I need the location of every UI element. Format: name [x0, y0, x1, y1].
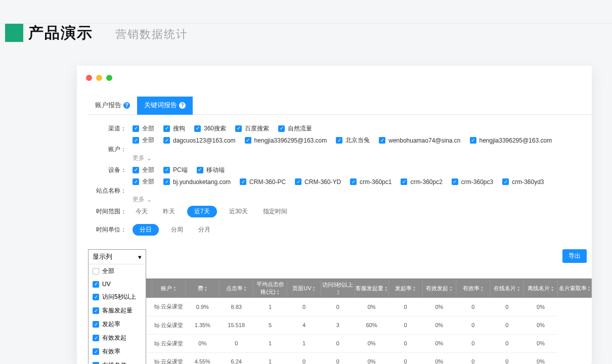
table-cell: 5 — [253, 316, 287, 334]
checkbox-item[interactable]: ✓hengjia3396295@163.com — [470, 137, 552, 144]
checkbox-icon: ✓ — [93, 281, 99, 288]
sort-icon[interactable] — [449, 286, 452, 292]
range-option[interactable]: 今天 — [133, 206, 151, 217]
sort-icon[interactable] — [244, 286, 247, 292]
checkbox-item[interactable]: ✓360搜索 — [194, 124, 226, 133]
sort-icon[interactable] — [277, 289, 280, 295]
more-link[interactable]: 更多⌄ — [133, 154, 152, 162]
checkbox-icon: ✓ — [240, 178, 246, 185]
filter-label: 时间单位： — [88, 225, 126, 234]
sort-icon[interactable] — [551, 286, 554, 292]
sort-icon[interactable] — [313, 286, 316, 292]
table-header[interactable]: 页面UV — [287, 279, 321, 298]
checkbox-item[interactable]: ✓自然流量 — [278, 124, 312, 133]
checkbox-label: hengjia3396295@163.com — [254, 137, 327, 144]
sort-icon[interactable] — [480, 286, 484, 292]
tab-account-report[interactable]: 账户报告 ? — [88, 97, 137, 115]
filter-unit: 时间单位： 分日分周分月 — [88, 222, 592, 237]
checkbox-label: crm-360pc1 — [360, 178, 391, 186]
checkbox-item[interactable]: ✓crm-360pc1 — [350, 178, 391, 186]
columns-dropdown[interactable]: 显示列 ▾ 全部✓UV✓访问5秒以上✓客服发起量✓发起率✓有效发起✓有效率✓在线… — [88, 249, 146, 364]
checkbox-item[interactable]: ✓移动端 — [197, 166, 225, 174]
table-cell: 1 — [287, 334, 321, 352]
table-header[interactable]: 有效发起 — [422, 279, 456, 298]
checkbox-icon: ✓ — [133, 167, 139, 173]
tab-keyword-report[interactable]: 关键词报告 ? — [137, 97, 193, 115]
table-header[interactable]: 客服发起量 — [355, 279, 388, 298]
sort-icon[interactable] — [588, 286, 591, 292]
table-header[interactable]: 名片索取率 — [558, 279, 592, 298]
dropdown-item-label: 访问5秒以上 — [102, 293, 136, 301]
sort-icon[interactable] — [413, 286, 416, 292]
dropdown-item[interactable]: ✓访问5秒以上 — [89, 290, 146, 304]
checkbox-icon: ✓ — [295, 178, 301, 185]
sort-icon[interactable] — [337, 289, 340, 295]
unit-option[interactable]: 分日 — [133, 224, 159, 236]
checkbox-icon: ✓ — [93, 294, 99, 300]
table-header[interactable]: 费 — [186, 279, 220, 298]
sort-icon[interactable] — [204, 286, 207, 292]
table-header[interactable]: 访问5秒以上 — [321, 279, 355, 298]
checkbox-label: wenbohuamao74@sina.cn — [388, 137, 460, 144]
sort-icon[interactable] — [384, 286, 387, 292]
table-cell: 0 — [287, 352, 321, 364]
table-header[interactable]: 有效率 — [456, 279, 490, 298]
checkbox-item[interactable]: ✓北京当兔 — [336, 136, 370, 145]
table-cell: 8.83 — [220, 298, 253, 316]
help-icon[interactable]: ? — [179, 102, 186, 109]
filter-site: 站点名称： ✓全部✓bj.yunduoketang.com✓CRM-360-PC… — [88, 177, 592, 204]
table-header[interactable]: 点击率 — [220, 279, 253, 298]
checkbox-item[interactable]: ✓crm-360pc2 — [401, 178, 442, 186]
maximize-icon[interactable] — [106, 75, 112, 81]
table-header[interactable]: 离线名片 — [524, 279, 558, 298]
checkbox-item[interactable]: ✓全部 — [133, 136, 154, 145]
unit-option[interactable]: 分月 — [195, 224, 213, 236]
filter-label: 账户： — [88, 145, 126, 154]
minimize-icon[interactable] — [96, 75, 102, 81]
table-header[interactable]: 平均点击价格(元) — [253, 279, 287, 298]
checkbox-item[interactable]: ✓全部 — [133, 124, 154, 133]
checkbox-item[interactable]: ✓CRM-360-PC — [240, 178, 286, 186]
dropdown-item[interactable]: ✓发起率 — [89, 317, 146, 331]
table-cell: bj-云朵课堂 — [152, 316, 186, 334]
filter-device: 设备： ✓全部✓PC端✓移动端 — [88, 162, 592, 177]
checkbox-item[interactable]: ✓hengjia3396295@163.com — [245, 137, 327, 144]
table-header[interactable]: 发起率 — [388, 279, 422, 298]
unit-option[interactable]: 分周 — [168, 224, 186, 236]
dropdown-item[interactable]: ✓UV — [89, 278, 146, 290]
checkbox-item[interactable]: ✓PC端 — [163, 166, 188, 174]
checkbox-item[interactable]: ✓全部 — [133, 177, 154, 186]
checkbox-item[interactable]: ✓百度搜索 — [235, 124, 269, 133]
table-header[interactable]: 账户 — [152, 279, 186, 298]
dropdown-item[interactable]: ✓有效发起 — [89, 331, 146, 345]
checkbox-item[interactable]: ✓crm-360pc3 — [452, 178, 493, 186]
close-icon[interactable] — [86, 75, 92, 81]
dropdown-item[interactable]: ✓有效率 — [89, 345, 146, 358]
sort-icon[interactable] — [173, 286, 176, 292]
checkbox-item[interactable]: ✓crm-360yd3 — [502, 178, 544, 186]
checkbox-item[interactable]: ✓bj.yunduoketang.com — [163, 178, 231, 186]
checkbox-item[interactable]: ✓wenbohuamao74@sina.cn — [379, 137, 460, 144]
checkbox-icon: ✓ — [93, 335, 99, 341]
checkbox-item[interactable]: ✓CRM-360-YD — [295, 178, 341, 186]
help-icon[interactable]: ? — [123, 102, 130, 109]
page-title: 产品演示 — [28, 24, 93, 42]
dropdown-item[interactable]: 全部 — [89, 264, 146, 278]
table-cell: 0% — [355, 334, 388, 352]
sort-icon[interactable] — [517, 286, 520, 292]
export-button[interactable]: 导出 — [562, 249, 587, 263]
range-option[interactable]: 指定时间 — [260, 206, 290, 217]
table-row: 线bj-云朵课堂0.9%8.831000%00%000% — [88, 298, 592, 316]
checkbox-item[interactable]: ✓搜狗 — [163, 124, 185, 133]
dropdown-item[interactable]: ✓客服发起量 — [89, 304, 146, 317]
checkbox-icon: ✓ — [379, 137, 385, 144]
dropdown-item[interactable]: ✓在线名片 — [89, 358, 146, 364]
range-option[interactable]: 昨天 — [160, 206, 178, 217]
range-option[interactable]: 近30天 — [226, 206, 251, 217]
checkbox-icon: ✓ — [163, 125, 170, 132]
range-option[interactable]: 近7天 — [187, 206, 217, 217]
checkbox-item[interactable]: ✓dagcuos123@163.com — [163, 137, 236, 144]
more-link[interactable]: 更多⌄ — [133, 195, 152, 204]
table-header[interactable]: 在线名片 — [490, 279, 524, 298]
checkbox-item[interactable]: ✓全部 — [133, 166, 154, 174]
